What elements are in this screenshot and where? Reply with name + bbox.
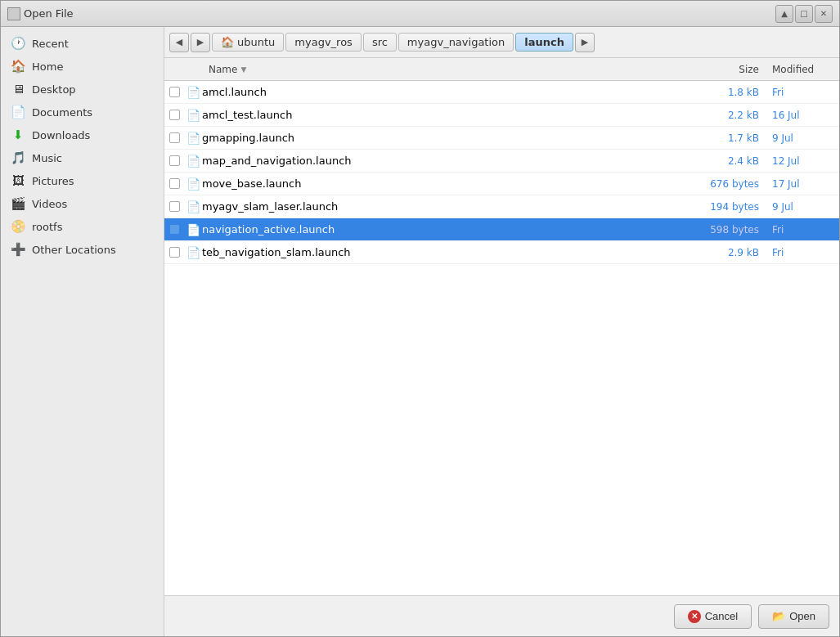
file-checkbox-cell <box>164 247 184 258</box>
crumb-myagv-ros-label: myagv_ros <box>294 36 353 48</box>
path-bar: ◀ ▶ 🏠 ubuntu myagv_ros src myagv_navigat… <box>164 27 839 58</box>
file-icon-cell: 📄 <box>184 86 202 99</box>
crumb-launch-label: launch <box>524 36 564 48</box>
file-modified: Fri <box>766 224 839 236</box>
table-row[interactable]: 📄 amcl_test.launch 2.2 kB 16 Jul <box>164 104 839 127</box>
crumb-myagv-navigation[interactable]: myagv_navigation <box>398 33 514 52</box>
home-icon: 🏠 <box>11 59 25 74</box>
file-size: 2.4 kB <box>684 155 766 167</box>
sidebar-label-music: Music <box>32 152 62 164</box>
file-checkbox-cell <box>164 110 184 120</box>
sidebar-item-rootfs[interactable]: 📀 rootfs <box>1 215 164 238</box>
crumb-ubuntu[interactable]: 🏠 ubuntu <box>212 33 284 52</box>
file-name: myagv_slam_laser.launch <box>202 200 684 213</box>
title-bar-left: Open File <box>7 7 74 20</box>
file-checkbox[interactable] <box>169 247 180 258</box>
file-checkbox-cell <box>164 132 184 143</box>
file-checkbox[interactable] <box>169 132 180 143</box>
sidebar-label-pictures: Pictures <box>32 175 74 187</box>
file-checkbox[interactable] <box>169 87 180 97</box>
window-icon <box>7 7 20 20</box>
file-icon-cell: 📄 <box>184 132 202 145</box>
cancel-x-icon: ✕ <box>688 610 701 623</box>
file-checkbox-cell <box>164 201 184 212</box>
table-row[interactable]: 📄 navigation_active.launch 598 bytes Fri <box>164 218 839 241</box>
dialog-body: 🕐 Recent 🏠 Home 🖥 Desktop 📄 Documents ⬇ … <box>1 27 839 636</box>
file-size: 676 bytes <box>684 178 766 190</box>
open-folder-icon: 📂 <box>772 610 785 622</box>
sidebar-item-documents[interactable]: 📄 Documents <box>1 101 164 123</box>
title-bar: Open File ▲ □ ✕ <box>1 1 839 27</box>
file-size: 598 bytes <box>684 224 766 236</box>
back-button[interactable]: ◀ <box>169 33 189 52</box>
sidebar-label-recent: Recent <box>32 38 69 50</box>
sidebar-item-desktop[interactable]: 🖥 Desktop <box>1 78 164 101</box>
window-title: Open File <box>24 7 74 20</box>
file-checkbox[interactable] <box>169 224 180 235</box>
file-modified: 17 Jul <box>766 178 839 190</box>
file-list-container: Name ▼ Size Modified 📄 amcl.launch <box>164 58 839 595</box>
file-modified: 16 Jul <box>766 110 839 121</box>
forward-button[interactable]: ▶ <box>191 33 210 52</box>
file-modified: 12 Jul <box>766 155 839 167</box>
bottom-bar: ✕ Cancel 📂 Open <box>164 595 839 636</box>
crumb-launch[interactable]: launch <box>515 33 573 52</box>
crumb-more-button[interactable]: ▶ <box>575 33 595 52</box>
table-row[interactable]: 📄 map_and_navigation.launch 2.4 kB 12 Ju… <box>164 150 839 173</box>
file-name: gmapping.launch <box>202 132 684 144</box>
sidebar-item-music[interactable]: 🎵 Music <box>1 146 164 169</box>
sidebar-item-other-locations[interactable]: ➕ Other Locations <box>1 238 164 261</box>
file-icon-cell: 📄 <box>184 223 202 236</box>
column-header-modified[interactable]: Modified <box>766 64 839 75</box>
maximize-button[interactable]: □ <box>795 5 813 23</box>
file-size: 2.2 kB <box>684 110 766 121</box>
file-checkbox[interactable] <box>169 201 180 212</box>
sidebar-item-downloads[interactable]: ⬇ Downloads <box>1 123 164 146</box>
videos-icon: 🎬 <box>11 196 25 211</box>
file-name: amcl.launch <box>202 86 684 98</box>
crumb-src-label: src <box>372 36 388 48</box>
file-type-icon: 📄 <box>186 246 200 259</box>
crumb-src[interactable]: src <box>363 33 397 52</box>
cancel-button[interactable]: ✕ Cancel <box>674 604 752 629</box>
table-row[interactable]: 📄 myagv_slam_laser.launch 194 bytes 9 Ju… <box>164 195 839 218</box>
table-row[interactable]: 📄 gmapping.launch 1.7 kB 9 Jul <box>164 127 839 150</box>
crumb-myagv-navigation-label: myagv_navigation <box>407 36 505 48</box>
file-type-icon: 📄 <box>186 200 200 213</box>
sidebar-item-pictures[interactable]: 🖼 Pictures <box>1 169 164 192</box>
file-size: 2.9 kB <box>684 247 766 258</box>
crumb-myagv-ros[interactable]: myagv_ros <box>285 33 362 52</box>
sidebar-item-videos[interactable]: 🎬 Videos <box>1 192 164 215</box>
column-header-size[interactable]: Size <box>684 64 766 75</box>
file-checkbox[interactable] <box>169 178 180 189</box>
column-header-name[interactable]: Name ▼ <box>202 64 684 75</box>
minimize-button[interactable]: ▲ <box>775 5 793 23</box>
sidebar-item-home[interactable]: 🏠 Home <box>1 55 164 78</box>
table-row[interactable]: 📄 move_base.launch 676 bytes 17 Jul <box>164 173 839 195</box>
file-checkbox[interactable] <box>169 155 180 166</box>
home-crumb-icon: 🏠 <box>221 36 234 48</box>
file-icon-cell: 📄 <box>184 155 202 168</box>
close-button[interactable]: ✕ <box>815 5 833 23</box>
file-name: map_and_navigation.launch <box>202 155 684 167</box>
file-checkbox-cell <box>164 224 184 235</box>
sidebar-item-recent[interactable]: 🕐 Recent <box>1 32 164 55</box>
cancel-label: Cancel <box>705 610 738 622</box>
sidebar: 🕐 Recent 🏠 Home 🖥 Desktop 📄 Documents ⬇ … <box>1 27 164 636</box>
file-modified: 9 Jul <box>766 132 839 144</box>
sidebar-label-other-locations: Other Locations <box>32 244 116 256</box>
desktop-icon: 🖥 <box>11 82 25 96</box>
file-checkbox[interactable] <box>169 110 180 120</box>
file-size: 194 bytes <box>684 201 766 213</box>
other-locations-icon: ➕ <box>11 242 25 257</box>
file-type-icon: 📄 <box>186 109 200 122</box>
pictures-icon: 🖼 <box>11 173 25 188</box>
file-checkbox-cell <box>164 87 184 97</box>
file-icon-cell: 📄 <box>184 177 202 191</box>
sidebar-label-home: Home <box>32 61 63 73</box>
file-table: 📄 amcl.launch 1.8 kB Fri 📄 amcl_test.lau… <box>164 81 839 264</box>
table-row[interactable]: 📄 amcl.launch 1.8 kB Fri <box>164 81 839 104</box>
file-modified: Fri <box>766 247 839 258</box>
table-row[interactable]: 📄 teb_navigation_slam.launch 2.9 kB Fri <box>164 241 839 264</box>
open-button[interactable]: 📂 Open <box>758 604 829 629</box>
